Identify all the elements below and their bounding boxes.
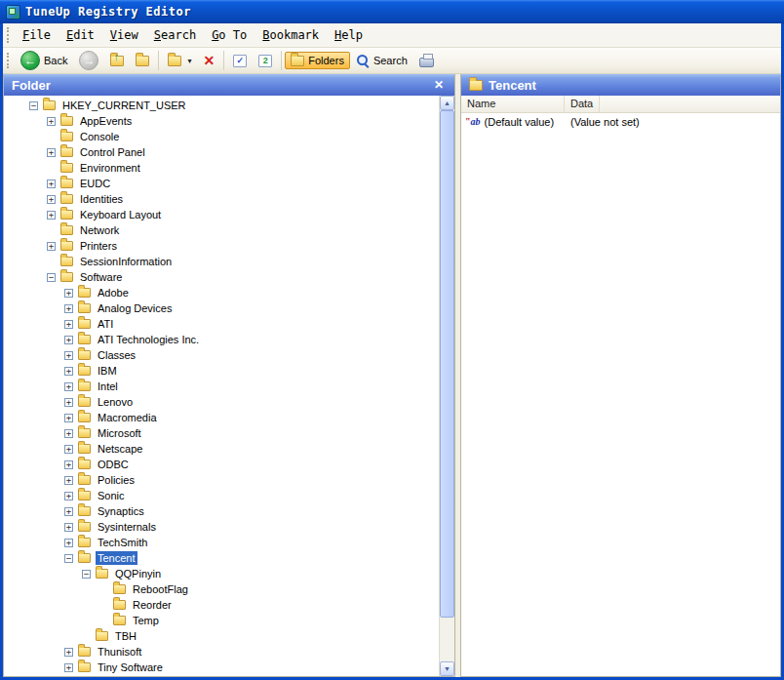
scroll-down-button[interactable]: ▼ [440, 661, 454, 676]
expand-icon[interactable]: + [47, 211, 56, 220]
tree-item[interactable]: −Tencent [4, 550, 439, 566]
tree-item[interactable]: +Control Panel [4, 144, 439, 160]
expand-icon[interactable]: + [64, 507, 73, 516]
tree-item[interactable]: +EUDC [4, 176, 439, 191]
column-header-name[interactable]: Name [461, 96, 565, 112]
menu-help[interactable]: Help [327, 25, 371, 45]
collapse-icon[interactable]: − [64, 554, 73, 563]
forward-button[interactable]: → [73, 48, 104, 73]
tree-item-label: Lenovo [96, 395, 135, 409]
expand-icon[interactable]: + [47, 195, 56, 204]
expand-icon[interactable]: + [64, 304, 73, 313]
expand-icon[interactable]: + [64, 367, 73, 376]
tree-item[interactable]: −QQPinyin [4, 566, 439, 581]
expand-icon[interactable]: + [64, 382, 73, 391]
expand-icon[interactable]: + [47, 180, 56, 188]
collapse-icon[interactable]: − [29, 101, 38, 110]
new-key-dropdown-button[interactable]: ▾ [162, 53, 197, 69]
column-header-data[interactable]: Data [565, 96, 600, 112]
open-folder-button[interactable] [130, 53, 155, 69]
tree-item[interactable]: Environment [4, 160, 439, 176]
tree-item[interactable]: +Analog Devices [4, 300, 439, 316]
expand-icon[interactable]: + [64, 289, 73, 298]
tree-item[interactable]: +ATI Technologies Inc. [4, 332, 439, 347]
up-one-level-button[interactable]: ↑ [104, 53, 130, 69]
tree-item[interactable]: −HKEY_CURRENT_USER [4, 98, 439, 113]
quick-view-2-button[interactable]: 2 [253, 52, 278, 70]
tree-item[interactable]: +ATI [4, 316, 439, 332]
expand-icon[interactable]: + [64, 445, 73, 454]
tree-item[interactable]: +Identities [4, 191, 439, 207]
expand-icon[interactable]: + [64, 492, 73, 500]
scrollbar-thumb[interactable] [440, 110, 454, 618]
expand-icon[interactable]: + [64, 476, 73, 485]
tree-item[interactable]: Temp [4, 613, 439, 628]
expand-icon[interactable]: + [64, 460, 73, 469]
print-button[interactable] [413, 52, 440, 70]
menu-file[interactable]: File [15, 25, 59, 45]
expand-icon[interactable]: + [47, 148, 56, 157]
tree-item[interactable]: +Lenovo [4, 394, 439, 410]
expand-icon[interactable]: + [64, 398, 73, 407]
title-bar[interactable]: TuneUp Registry Editor [0, 0, 784, 23]
expand-icon[interactable]: + [64, 351, 73, 360]
tree-item[interactable]: RebootFlag [4, 581, 439, 597]
menu-search[interactable]: Search [146, 25, 204, 45]
expand-icon[interactable]: + [64, 336, 73, 344]
collapse-icon[interactable]: − [47, 273, 56, 282]
tree-item[interactable]: +Thunisoft [4, 644, 439, 660]
tree-item[interactable]: +Synaptics [4, 503, 439, 519]
delete-button[interactable]: ✕ [197, 51, 220, 70]
tree-item[interactable]: +Sonic [4, 488, 439, 503]
tree-item[interactable]: +Adobe [4, 285, 439, 300]
tree-item-label: Temp [131, 614, 161, 627]
tree-item[interactable]: Reorder [4, 597, 439, 613]
tree-item[interactable]: +AppEvents [4, 113, 439, 129]
tree-item[interactable]: TBH [4, 628, 439, 644]
scroll-up-button[interactable]: ▲ [440, 96, 454, 110]
tree-item[interactable]: SessionInformation [4, 254, 439, 269]
expand-icon[interactable]: + [64, 539, 73, 547]
tree-item[interactable]: +Printers [4, 238, 439, 254]
expand-icon[interactable]: + [47, 117, 56, 126]
value-row[interactable]: ab(Default value)(Value not set) [461, 113, 780, 130]
menu-edit[interactable]: Edit [59, 25, 102, 45]
tree-item[interactable]: −Software [4, 269, 439, 285]
quick-view-1-button[interactable]: ✓ [227, 52, 253, 70]
expand-icon[interactable]: + [64, 414, 73, 422]
folders-toggle-button[interactable]: Folders [285, 52, 350, 69]
tree-item[interactable]: +Macromedia [4, 410, 439, 425]
tree-item-label: EUDC [78, 177, 112, 190]
menubar-grip-icon[interactable] [7, 27, 10, 43]
back-button[interactable]: ← Back [15, 48, 73, 73]
tree-item[interactable]: +Microsoft [4, 425, 439, 441]
tree-item[interactable]: +Sysinternals [4, 519, 439, 535]
collapse-icon[interactable]: − [82, 570, 91, 579]
expand-icon[interactable]: + [64, 648, 73, 657]
scrollbar-track[interactable] [440, 110, 454, 661]
tree-item[interactable]: +Keyboard Layout [4, 207, 439, 222]
tree-item[interactable]: +Policies [4, 472, 439, 488]
expand-icon[interactable]: + [64, 320, 73, 329]
tree-item[interactable]: +Intel [4, 379, 439, 394]
tree-item[interactable]: +Netscape [4, 441, 439, 457]
expand-icon[interactable]: + [64, 523, 73, 532]
tree-item[interactable]: +ODBC [4, 457, 439, 472]
folder-icon [78, 506, 91, 516]
expand-icon[interactable]: + [64, 429, 73, 438]
menu-go-to[interactable]: Go To [204, 25, 255, 45]
expand-icon[interactable]: + [64, 663, 73, 672]
tree-item[interactable]: Network [4, 222, 439, 238]
tree-scrollbar[interactable]: ▲ ▼ [439, 96, 454, 676]
menu-bookmark[interactable]: Bookmark [255, 25, 327, 45]
toolbar-grip-icon[interactable] [7, 53, 10, 68]
tree-item[interactable]: +IBM [4, 363, 439, 379]
tree-item[interactable]: +Classes [4, 347, 439, 363]
expand-icon[interactable]: + [47, 242, 56, 251]
search-button[interactable]: Search [350, 51, 413, 70]
tree-item[interactable]: +Tiny Software [4, 660, 439, 675]
close-folders-pane-icon[interactable]: ✕ [431, 78, 447, 92]
menu-view[interactable]: View [102, 25, 146, 45]
tree-item[interactable]: +TechSmith [4, 535, 439, 550]
tree-item[interactable]: Console [4, 129, 439, 144]
